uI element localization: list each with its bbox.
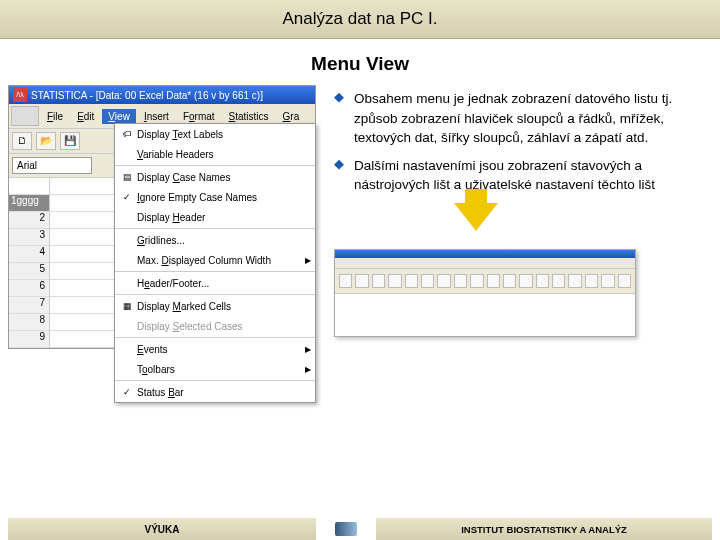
- bullet-text: Obsahem menu je jednak zobrazení datovéh…: [354, 89, 712, 148]
- open-icon[interactable]: 📂: [36, 132, 56, 150]
- row-header[interactable]: 8: [9, 314, 49, 331]
- view-dropdown[interactable]: 🏷Display Text Labels Variable Headers ▤D…: [114, 123, 316, 403]
- check-icon: ✓: [119, 385, 135, 399]
- arrow-down-icon: [454, 203, 498, 231]
- app-icon: /\λ: [13, 88, 27, 102]
- row-header[interactable]: 5: [9, 263, 49, 280]
- footer-left: VÝUKA: [8, 518, 316, 540]
- dd-events[interactable]: Events▶: [115, 339, 315, 359]
- diamond-icon: ◆: [334, 89, 344, 148]
- save-icon[interactable]: 💾: [60, 132, 80, 150]
- bullet-text: Dalšími nastaveními jsou zobrazení stavo…: [354, 156, 712, 195]
- menu-statistics[interactable]: Statistics: [223, 109, 275, 124]
- dd-selected-cases: Display Selected Cases: [115, 316, 315, 336]
- row-header[interactable]: 7: [9, 297, 49, 314]
- cells-icon: ▦: [119, 299, 135, 313]
- slide-subtitle: Menu View: [0, 53, 720, 75]
- menu-gra[interactable]: Gra: [277, 109, 306, 124]
- doc-icon: [11, 106, 39, 126]
- menu-view[interactable]: View: [102, 109, 136, 124]
- menu-edit[interactable]: Edit: [71, 109, 100, 124]
- new-icon[interactable]: 🗋: [12, 132, 32, 150]
- window-title: STATISTICA - [Data: 00 Excel Data* (16 v…: [31, 90, 263, 101]
- chevron-right-icon: ▶: [305, 345, 311, 354]
- footer-right: INSTITUT BIOSTATISTIKY A ANALÝZ: [376, 518, 712, 540]
- row-header[interactable]: 1gggg: [9, 195, 49, 212]
- row-header: [9, 178, 49, 195]
- dd-gridlines[interactable]: Gridlines...: [115, 230, 315, 250]
- dd-ignore-empty[interactable]: ✓Ignore Empty Case Names: [115, 187, 315, 207]
- check-icon: ✓: [119, 190, 135, 204]
- slide-header: Analýza dat na PC I.: [0, 0, 720, 39]
- dd-case-names[interactable]: ▤Display Case Names: [115, 167, 315, 187]
- dd-disp-header[interactable]: Display Header: [115, 207, 315, 227]
- chevron-right-icon: ▶: [305, 256, 311, 265]
- font-select[interactable]: Arial: [12, 157, 92, 174]
- dd-max-col[interactable]: Max. Displayed Column Width▶: [115, 250, 315, 270]
- toolbar-thumbnail: [334, 249, 636, 337]
- footer-logo: [316, 518, 376, 540]
- diamond-icon: ◆: [334, 156, 344, 195]
- tag-icon: 🏷: [119, 127, 135, 141]
- row-header[interactable]: 4: [9, 246, 49, 263]
- row-header[interactable]: 3: [9, 229, 49, 246]
- menu-file[interactable]: File: [41, 109, 69, 124]
- dd-status-bar[interactable]: ✓Status Bar: [115, 382, 315, 402]
- dd-header-footer[interactable]: Header/Footer...: [115, 273, 315, 293]
- iba-logo-icon: [335, 522, 357, 536]
- screenshot-left: /\λ STATISTICA - [Data: 00 Excel Data* (…: [8, 85, 316, 349]
- dd-text-labels[interactable]: 🏷Display Text Labels: [115, 124, 315, 144]
- dd-var-headers[interactable]: Variable Headers: [115, 144, 315, 164]
- grid-icon: ▤: [119, 170, 135, 184]
- text-panel: ◆ Obsahem menu je jednak zobrazení datov…: [334, 85, 712, 349]
- row-header[interactable]: 6: [9, 280, 49, 297]
- footer: VÝUKA INSTITUT BIOSTATISTIKY A ANALÝZ: [0, 518, 720, 540]
- dd-marked-cells[interactable]: ▦Display Marked Cells: [115, 296, 315, 316]
- dd-toolbars[interactable]: Toolbars▶: [115, 359, 315, 379]
- chevron-right-icon: ▶: [305, 365, 311, 374]
- menu-insert[interactable]: Insert: [138, 109, 175, 124]
- row-header[interactable]: 2: [9, 212, 49, 229]
- menu-format[interactable]: Format: [177, 109, 221, 124]
- bullet-item: ◆ Obsahem menu je jednak zobrazení datov…: [334, 89, 712, 148]
- bullet-item: ◆ Dalšími nastaveními jsou zobrazení sta…: [334, 156, 712, 195]
- row-header[interactable]: 9: [9, 331, 49, 348]
- window-titlebar: /\λ STATISTICA - [Data: 00 Excel Data* (…: [9, 86, 315, 104]
